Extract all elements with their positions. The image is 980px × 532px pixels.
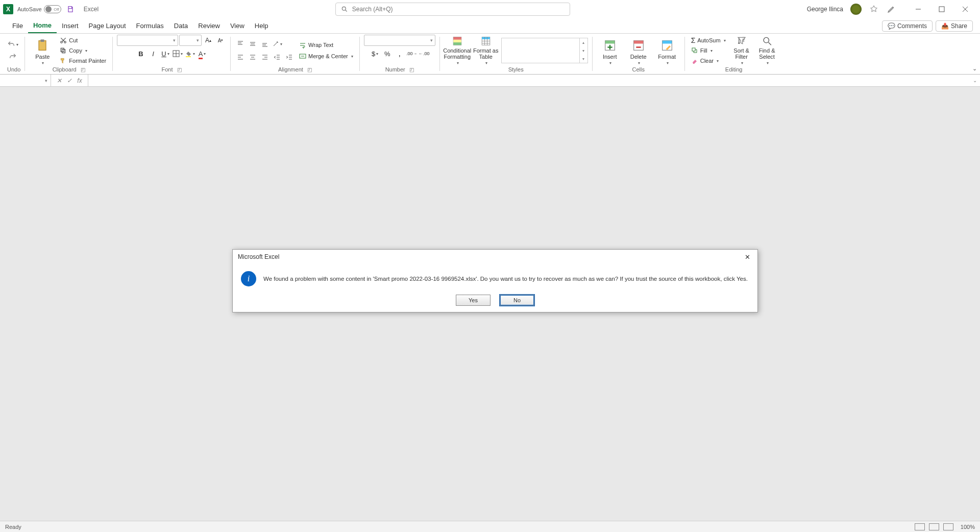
merge-center-button[interactable]: Merge & Center	[297, 52, 355, 61]
number-format-select[interactable]	[364, 35, 435, 46]
autosave-switch[interactable]: Off	[44, 5, 61, 13]
align-bottom-button[interactable]	[259, 38, 271, 50]
align-middle-button[interactable]	[247, 38, 258, 50]
format-painter-button[interactable]: Format Painter	[58, 56, 108, 65]
normal-view-button[interactable]	[915, 523, 925, 530]
share-button[interactable]: 📤Share	[936, 20, 973, 32]
cond-format-label: Conditional Formatting	[443, 47, 471, 60]
underline-button[interactable]: U	[160, 48, 171, 59]
format-cells-button[interactable]: Format	[654, 36, 680, 65]
font-color-button[interactable]: A	[197, 48, 208, 59]
increase-decimal-button[interactable]: .00→	[406, 48, 418, 59]
paste-button[interactable]: Paste	[29, 36, 56, 65]
alignment-launcher[interactable]: ◰	[307, 67, 312, 72]
tab-help[interactable]: Help	[250, 18, 274, 33]
increase-indent-button[interactable]	[284, 52, 295, 63]
page-layout-view-button[interactable]	[929, 523, 939, 530]
dialog-close-button[interactable]: ✕	[742, 252, 752, 262]
tab-file[interactable]: File	[7, 18, 28, 33]
find-select-button[interactable]: Find & Select	[755, 36, 779, 65]
number-launcher[interactable]: ◰	[409, 67, 414, 72]
title-right: George Ilinca	[807, 2, 977, 16]
tab-home[interactable]: Home	[28, 18, 57, 33]
undo-button[interactable]	[7, 39, 18, 50]
cancel-formula-button[interactable]: ✕	[55, 77, 63, 84]
orientation-button[interactable]	[272, 38, 283, 50]
expand-formula-button[interactable]: ⌄	[973, 78, 977, 83]
error-dialog: Microsoft Excel ✕ i We found a problem w…	[232, 249, 758, 312]
autosave-toggle[interactable]: AutoSave Off	[17, 5, 61, 13]
autosum-button[interactable]: ΣAutoSum	[689, 36, 728, 45]
borders-button[interactable]	[172, 48, 183, 59]
toggle-knob-icon	[45, 6, 52, 12]
search-input[interactable]: Search (Alt+Q)	[335, 3, 570, 16]
align-right-button[interactable]	[259, 52, 271, 63]
percent-button[interactable]: %	[382, 48, 393, 59]
comments-button[interactable]: 💬Comments	[882, 20, 933, 32]
sort-filter-button[interactable]: Sort & Filter	[730, 36, 753, 65]
svg-rect-59	[633, 41, 643, 44]
copy-icon	[60, 47, 67, 54]
page-break-view-button[interactable]	[943, 523, 953, 530]
formula-input[interactable]: ⌄	[88, 75, 980, 86]
premium-icon[interactable]	[869, 4, 879, 14]
decrease-decimal-button[interactable]: ←.00	[419, 48, 430, 59]
accounting-button[interactable]: $	[370, 48, 381, 59]
tab-view[interactable]: View	[225, 18, 250, 33]
format-as-table-button[interactable]: Format as Table	[473, 36, 499, 65]
insert-cells-button[interactable]: Insert	[597, 36, 623, 65]
app-title: Excel	[84, 6, 99, 13]
comma-button[interactable]: ,	[394, 48, 405, 59]
cut-button[interactable]: Cut	[58, 36, 108, 45]
cut-icon	[60, 37, 67, 44]
no-button[interactable]: No	[500, 295, 534, 306]
clear-label: Clear	[700, 58, 714, 64]
increase-font-button[interactable]: A▴	[203, 35, 214, 46]
insert-function-button[interactable]: fx	[76, 77, 84, 84]
copy-button[interactable]: Copy	[58, 46, 108, 55]
mode-icon[interactable]	[886, 4, 896, 14]
yes-button[interactable]: Yes	[456, 295, 491, 306]
sigma-icon: Σ	[691, 36, 696, 44]
align-top-button[interactable]	[235, 38, 246, 50]
decrease-font-button[interactable]: A▾	[215, 35, 226, 46]
delete-cells-button[interactable]: Delete	[625, 36, 652, 65]
gallery-up-button[interactable]: ▴	[580, 38, 587, 46]
clear-button[interactable]: Clear	[689, 56, 728, 65]
conditional-formatting-button[interactable]: Conditional Formatting	[444, 36, 471, 65]
italic-button[interactable]: I	[148, 48, 159, 59]
clipboard-launcher[interactable]: ◰	[81, 67, 85, 72]
zoom-level[interactable]: 100%	[961, 524, 975, 530]
group-font-label: Font	[162, 66, 173, 72]
gallery-down-button[interactable]: ▾	[580, 46, 587, 55]
fill-button[interactable]: Fill	[689, 46, 728, 55]
minimize-button[interactable]	[906, 2, 930, 16]
font-launcher[interactable]: ◰	[177, 67, 182, 72]
align-left-button[interactable]	[235, 52, 246, 63]
gallery-more-button[interactable]: ▾	[580, 55, 587, 63]
dialog-body: i We found a problem with some content i…	[233, 264, 757, 292]
maximize-button[interactable]	[930, 2, 953, 16]
font-size-select[interactable]	[179, 35, 202, 46]
tab-review[interactable]: Review	[193, 18, 225, 33]
decrease-indent-button[interactable]	[272, 52, 283, 63]
tab-page-layout[interactable]: Page Layout	[84, 18, 131, 33]
align-center-button[interactable]	[247, 52, 258, 63]
cell-styles-gallery[interactable]: ▴ ▾ ▾	[501, 38, 588, 63]
save-button[interactable]	[65, 4, 76, 14]
tab-data[interactable]: Data	[169, 18, 193, 33]
bold-button[interactable]: B	[135, 48, 146, 59]
group-font: A▴ A▾ B I U A Font◰	[113, 34, 230, 74]
close-window-button[interactable]	[953, 2, 977, 16]
fill-color-button[interactable]	[184, 48, 195, 59]
enter-formula-button[interactable]: ✓	[65, 77, 74, 84]
user-avatar[interactable]	[850, 4, 862, 15]
redo-button[interactable]	[7, 51, 18, 62]
tab-insert[interactable]: Insert	[57, 18, 84, 33]
group-cells: Insert Delete Format Cells	[593, 34, 684, 74]
tab-formulas[interactable]: Formulas	[131, 18, 169, 33]
font-family-select[interactable]	[117, 35, 178, 46]
collapse-ribbon-button[interactable]: ⌄	[972, 65, 977, 72]
name-box[interactable]	[0, 75, 51, 86]
wrap-text-button[interactable]: Wrap Text	[297, 40, 355, 50]
